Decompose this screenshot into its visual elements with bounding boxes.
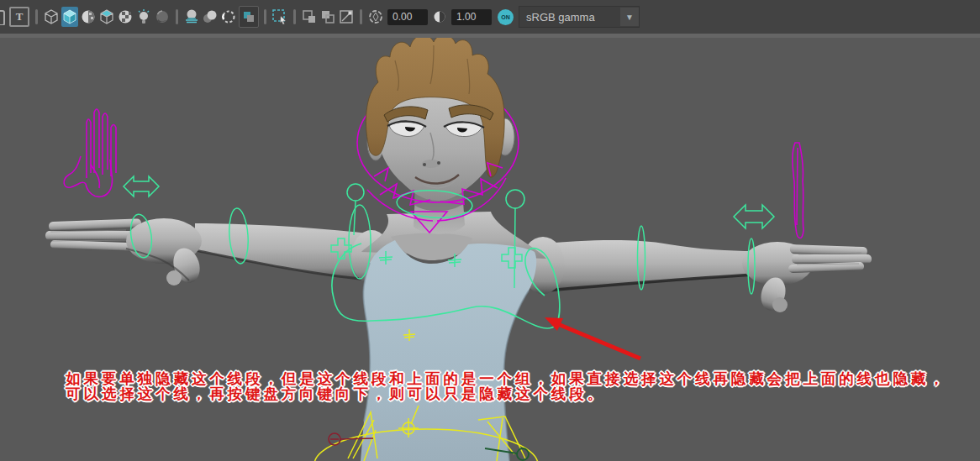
toolbar-separator: [264, 9, 266, 24]
isolate-select-icon[interactable]: [271, 7, 288, 27]
annotation-text-line2: 可以选择这个线，再按键盘方向键向下，则可以只是隐藏这个线段。: [66, 384, 605, 404]
wireframe-cube-icon[interactable]: [43, 7, 60, 27]
view-transform-selected: sRGB gamma: [519, 11, 620, 24]
xray-front-icon[interactable]: [301, 7, 318, 27]
ambient-occlusion-icon[interactable]: [183, 7, 200, 27]
shadows-sphere-icon[interactable]: [154, 7, 171, 27]
exposure-field[interactable]: 0.00: [387, 9, 428, 25]
view-transform-dropdown[interactable]: sRGB gamma ▼: [519, 6, 640, 28]
clipped-toolbar-icon[interactable]: [0, 8, 6, 25]
shaded-cube-icon[interactable]: [61, 7, 78, 27]
toolbar-separator: [293, 9, 296, 24]
toolbar-separator: [176, 9, 178, 24]
chevron-down-icon[interactable]: ▼: [620, 8, 639, 26]
toolbar-separator: [35, 9, 38, 24]
exposure-aperture-icon[interactable]: [367, 7, 384, 27]
toolbar-separator: [360, 9, 362, 24]
motion-blur-icon[interactable]: [202, 7, 219, 27]
toolbar-bottom-strip: [0, 34, 980, 38]
checker-material-sphere-icon[interactable]: [117, 7, 134, 27]
multisample-toggle-icon[interactable]: [239, 6, 259, 28]
color-management-toggle-button[interactable]: ON: [498, 9, 514, 25]
textured-cube-icon[interactable]: [98, 7, 115, 27]
text-tool-button[interactable]: T: [9, 7, 29, 27]
gamma-field[interactable]: 1.00: [451, 9, 492, 25]
lens-effects-icon[interactable]: [338, 7, 355, 27]
contrast-gamma-icon[interactable]: [431, 7, 448, 27]
xray-back-icon[interactable]: [319, 7, 336, 27]
lighting-bulb-icon[interactable]: [135, 7, 152, 27]
anti-aliasing-icon[interactable]: [220, 7, 237, 27]
default-material-sphere-icon[interactable]: [80, 7, 97, 27]
panel-toolbar: T: [0, 0, 980, 34]
